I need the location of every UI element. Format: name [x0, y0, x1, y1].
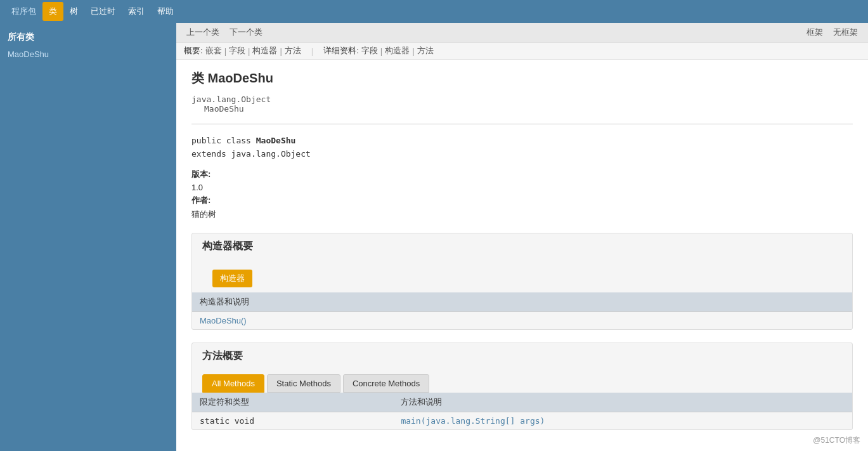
method-tab-bar: All Methods Static Methods Concrete Meth…	[192, 369, 852, 393]
top-nav: 程序包 类 树 已过时 索引 帮助	[0, 0, 868, 23]
top-nav-deprecated[interactable]: 已过时	[84, 2, 122, 21]
declaration-line2: extends java.lang.Object	[191, 149, 311, 159]
breadcrumb-method[interactable]: 方法	[285, 45, 301, 56]
constructor-summary-header: 构造器概要	[192, 233, 852, 259]
class-hierarchy: java.lang.Object MaoDeShu	[191, 95, 853, 114]
tab-static-methods[interactable]: Static Methods	[267, 374, 340, 393]
hierarchy-object: java.lang.Object	[191, 95, 271, 104]
main-layout: 所有类 MaoDeShu 上一个类 下一个类 框架 无框架 概要: 嵌套 | 字…	[0, 23, 868, 451]
version-label: 版本:	[191, 169, 211, 179]
method-summary-box: 方法概要 All Methods Static Methods Concrete…	[191, 343, 853, 430]
secondary-nav: 上一个类 下一个类 框架 无框架	[176, 23, 868, 42]
method-col-modifier: 限定符和类型	[192, 393, 393, 412]
class-title: 类 MaoDeShu	[191, 70, 853, 87]
top-nav-index[interactable]: 索引	[122, 2, 151, 21]
breadcrumb-detail-constructor[interactable]: 构造器	[385, 45, 410, 56]
divider-1	[191, 124, 853, 124]
table-row: MaoDeShu()	[192, 311, 852, 329]
sidebar: 所有类 MaoDeShu	[0, 23, 176, 451]
top-nav-tree[interactable]: 树	[63, 2, 84, 21]
watermark: @51CTO博客	[813, 435, 860, 446]
author-val: 猫的树	[191, 209, 216, 219]
tab-all-methods[interactable]: All Methods	[202, 374, 264, 393]
top-nav-package-label[interactable]: 程序包	[5, 2, 42, 21]
hierarchy-class: MaoDeShu	[191, 104, 853, 114]
method-summary-header: 方法概要	[192, 343, 852, 369]
author-section: 作者:	[191, 195, 853, 206]
class-declaration: public class MaoDeShu extends java.lang.…	[191, 134, 853, 161]
breadcrumb-nested[interactable]: 嵌套	[205, 45, 222, 56]
constructor-table: 构造器和说明 MaoDeShu()	[192, 292, 852, 329]
page-content: 类 MaoDeShu java.lang.Object MaoDeShu pub…	[176, 60, 868, 451]
tab-concrete-methods[interactable]: Concrete Methods	[343, 374, 429, 393]
breadcrumb-field[interactable]: 字段	[229, 45, 245, 56]
version-section: 版本:	[191, 169, 853, 180]
constructor-row-cell: MaoDeShu()	[192, 311, 852, 329]
frame-btn[interactable]: 框架	[804, 25, 826, 39]
constructor-summary-section: 构造器概要 构造器 构造器和说明 M	[191, 233, 853, 330]
method-summary-section: 方法概要 All Methods Static Methods Concrete…	[191, 343, 853, 430]
content-area: 上一个类 下一个类 框架 无框架 概要: 嵌套 | 字段 | 构造器 | 方法 …	[176, 23, 868, 451]
prev-class-btn[interactable]: 上一个类	[184, 25, 222, 39]
top-nav-class[interactable]: 类	[42, 2, 63, 21]
breadcrumb-detail-method[interactable]: 方法	[417, 45, 434, 56]
author-value: 猫的树	[191, 209, 853, 220]
breadcrumb-constructor[interactable]: 构造器	[252, 45, 277, 56]
constructor-col-header: 构造器和说明	[192, 292, 852, 312]
breadcrumb-detail-label: 详细资料:	[323, 45, 359, 56]
method-name-cell: main(java.lang.String[] args)	[393, 412, 852, 429]
constructor-tab-btn[interactable]: 构造器	[212, 270, 252, 287]
version-value: 1.0	[191, 183, 853, 192]
method-link[interactable]: main(java.lang.String[] args)	[401, 416, 545, 426]
method-modifier-cell: static void	[192, 412, 393, 429]
author-label: 作者:	[191, 195, 211, 205]
no-frame-btn[interactable]: 无框架	[831, 25, 860, 39]
version-val: 1.0	[191, 183, 203, 192]
sidebar-title: 所有类	[0, 28, 176, 47]
method-table: 限定符和类型 方法和说明 static void main(java.lang.…	[192, 393, 852, 429]
class-name-bold: MaoDeShu	[256, 136, 296, 145]
top-nav-help[interactable]: 帮助	[151, 2, 180, 21]
constructor-summary-box: 构造器概要 构造器 构造器和说明 M	[191, 233, 853, 330]
breadcrumb-summary-label: 概要:	[184, 45, 203, 56]
method-col-name: 方法和说明	[393, 393, 852, 412]
constructor-link[interactable]: MaoDeShu()	[200, 316, 247, 325]
next-class-btn[interactable]: 下一个类	[227, 25, 265, 39]
breadcrumb-detail-field[interactable]: 字段	[361, 45, 378, 56]
declaration-line1: public class MaoDeShu	[191, 136, 295, 145]
constructor-tab-bar: 构造器	[192, 259, 852, 292]
table-row: static void main(java.lang.String[] args…	[192, 412, 852, 429]
breadcrumb-nav: 概要: 嵌套 | 字段 | 构造器 | 方法 | 详细资料: 字段 | 构造器 …	[176, 42, 868, 60]
sidebar-item-maodeshu[interactable]: MaoDeShu	[0, 47, 176, 62]
